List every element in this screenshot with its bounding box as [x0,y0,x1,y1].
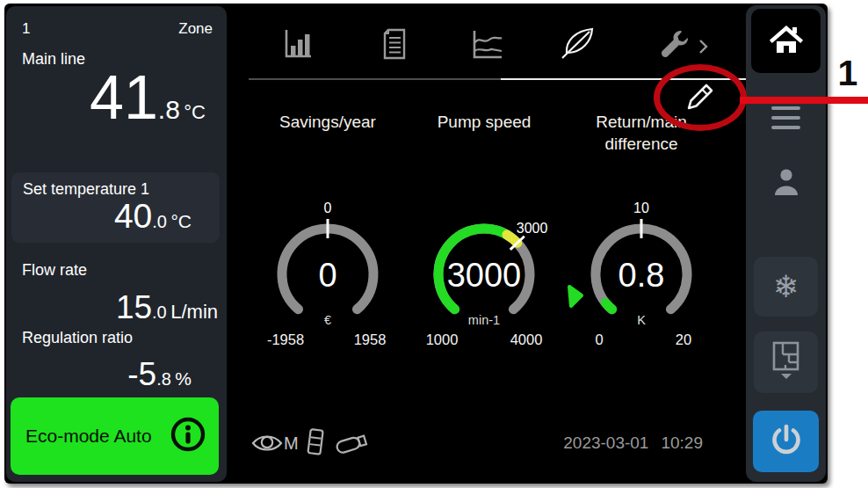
main-line-value: 41.8 °C [90,57,206,138]
usb-icon [333,429,373,461]
svg-text:1958: 1958 [354,331,387,347]
main-line-dec: .8 [158,95,180,124]
power-icon [770,423,803,460]
zone-label: Zone [178,20,213,38]
svg-text:10: 10 [633,200,649,215]
zone-panel: 1 Zone Main line 41.8 °C Set temperature… [6,6,227,482]
cooling-button[interactable]: ❄ [754,257,818,317]
home-button[interactable] [751,9,821,73]
svg-text:min-1: min-1 [468,313,500,327]
gauge-return-difference: 100.8K020 [567,195,716,353]
set-temperature-value: 40.0 °C [114,197,192,236]
svg-text:0: 0 [324,200,332,215]
set-temp-unit: °C [170,211,192,231]
sidebar: ❄ [746,5,826,482]
svg-text:0: 0 [318,257,336,294]
svg-text:3000: 3000 [447,257,522,294]
flow-int: 15 [116,289,152,325]
leaf-icon[interactable] [561,26,596,63]
trend-chart-icon[interactable] [472,28,503,63]
set-temp-dec: .0 [152,212,167,231]
svg-text:0.8: 0.8 [618,257,665,294]
user-button[interactable] [754,162,818,206]
reg-dec: .8 [156,369,171,389]
regulation-ratio-value: -5.8 % [127,356,192,393]
zone-select-button[interactable] [754,331,818,393]
flow-rate-label: Flow rate [22,261,87,280]
callout-number: 1 [828,53,868,94]
user-icon [772,166,800,201]
gauge-title-pump: Pump speed [409,111,559,133]
callout-circle [654,64,747,131]
wrench-icon[interactable] [659,30,689,63]
set-temperature-card[interactable]: Set temperature 1 40.0 °C [11,172,220,243]
reg-unit: % [175,368,192,389]
power-button[interactable] [753,411,819,472]
module-icon [305,427,328,461]
info-icon[interactable] [170,416,206,457]
zone-select-icon [772,341,800,383]
svg-text:0: 0 [595,331,603,347]
svg-text:K: K [637,313,646,327]
svg-text:-1958: -1958 [267,331,304,347]
mode-letter: M [284,433,299,454]
eco-mode-button[interactable]: Eco-mode Auto [11,397,219,475]
chevron-right-icon[interactable] [698,39,708,58]
home-icon [769,25,804,58]
time: 10:29 [661,433,703,453]
flow-dec: .0 [152,302,167,322]
eco-mode-label: Eco-mode Auto [25,426,152,447]
zone-number: 1 [22,20,30,38]
regulation-ratio-label: Regulation ratio [22,329,133,347]
set-temp-int: 40 [114,197,152,235]
zone-header: 1 Zone [6,6,227,38]
set-temperature-label: Set temperature 1 [23,180,149,199]
menu-button[interactable] [754,98,818,137]
gauge-savings: 00€-19581958 [253,195,402,353]
main-line-unit: °C [184,101,206,123]
gauge-title-savings: Savings/year [253,111,402,133]
reg-int: -5 [127,356,156,392]
menu-icon [771,106,800,110]
flow-rate-value: 15.0 L/min [116,289,218,326]
flow-unit: L/min [170,301,218,323]
svg-text:€: € [324,313,331,327]
gauge-pump-speed: 30003000min-110004000 [409,195,559,353]
svg-text:4000: 4000 [510,331,543,347]
date: 2023-03-01 [563,433,648,453]
tab-underline [249,78,503,80]
bar-chart-icon[interactable] [283,28,313,63]
main-line-label: Main line [22,50,85,69]
eye-icon [251,432,283,458]
report-icon[interactable] [382,28,407,63]
svg-text:3000: 3000 [517,221,548,236]
datetime: 2023-03-01 10:29 [527,433,703,453]
main-line-int: 41 [90,63,158,132]
svg-text:20: 20 [676,331,691,347]
svg-text:1000: 1000 [426,331,459,347]
callout-line [740,97,868,104]
snowflake-icon: ❄ [773,272,799,302]
